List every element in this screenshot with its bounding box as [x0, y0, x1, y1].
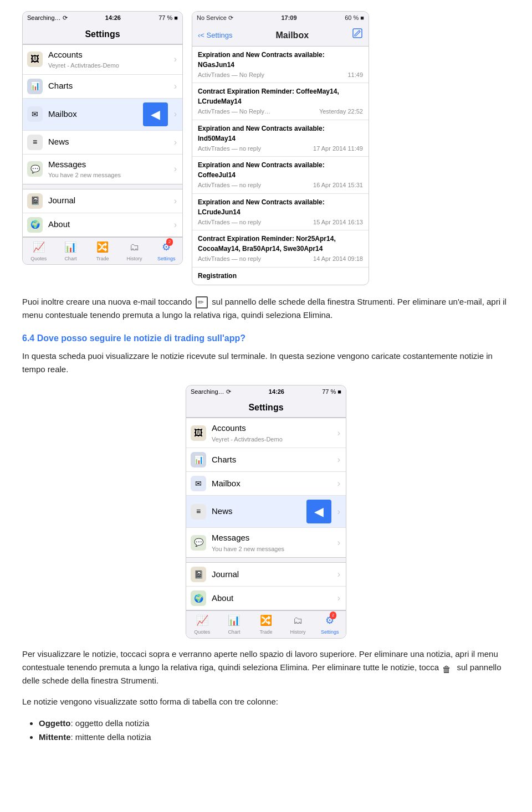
mail-list-right: Expiration and New Contracts available: … — [192, 47, 369, 285]
nav-title-settings-left: Settings — [85, 29, 120, 39]
mail-item-6[interactable]: Contract Expiration Reminder: Nor25Apr14… — [192, 230, 369, 268]
settings-row-messages-second[interactable]: 💬 Messages You have 2 new messages › — [186, 528, 346, 557]
news-title-second: News — [212, 505, 306, 518]
status-battery-left: 77 % ■ — [158, 13, 178, 23]
news-arrow-second: ◀ — [306, 500, 331, 523]
mail-sub-2: ActivTrades — No Reply… Yesterday 22:52 — [198, 107, 363, 116]
second-screenshot-wrap: Searching… ⟳ 14:26 77 % ■ Settings 🖼 Acc… — [22, 385, 510, 639]
mail-time-4: 16 Apr 2014 15:31 — [313, 181, 363, 190]
mailbox-text-left: Mailbox — [48, 108, 143, 121]
trade-icon-left: 🔀 — [86, 240, 119, 255]
mailbox-back-label: < Settings — [200, 30, 232, 41]
messages-subtitle-left: You have 2 new messages — [48, 171, 171, 180]
mail-item-5[interactable]: Expiration and New Contracts available: … — [192, 194, 369, 231]
tab-trade-left[interactable]: 🔀 Trade — [86, 240, 119, 263]
status-signal-right: No Service ⟳ — [197, 13, 233, 23]
mailbox-back-button[interactable]: ‹ < Settings — [198, 30, 233, 41]
mail-item-2[interactable]: Contract Expiration Reminder: CoffeeMay1… — [192, 83, 369, 120]
about-title-second: About — [212, 592, 335, 605]
mail-time-2: Yesterday 22:52 — [319, 107, 363, 116]
mailbox-nav-right: ‹ < Settings Mailbox — [192, 24, 369, 47]
body-paragraph-3: Per visualizzare le notizie, toccaci sop… — [22, 647, 510, 687]
mail-item-4[interactable]: Expiration and New Contracts available: … — [192, 157, 369, 194]
tab-chart-second[interactable]: 📊 Chart — [218, 613, 250, 636]
status-battery-second: 77 % ■ — [322, 387, 341, 397]
settings-row-news-left[interactable]: ≡ News › — [23, 131, 182, 155]
mail-sender-3: ActivTrades — no reply — [198, 144, 261, 153]
settings-row-charts-left[interactable]: 📊 Charts › — [23, 75, 182, 99]
quotes-label-left: Quotes — [30, 256, 47, 261]
messages-icon-second: 💬 — [191, 535, 206, 551]
tab-trade-second[interactable]: 🔀 Trade — [250, 613, 282, 636]
compose-icon-inline — [196, 296, 208, 309]
screenshots-row: Searching… ⟳ 14:26 77 % ■ Settings 🖼 Acc… — [22, 11, 510, 285]
settings-row-accounts-second[interactable]: 🖼 Accounts Veyret - Activtrades-Demo › — [186, 418, 346, 448]
mail-sub-5: ActivTrades — no reply 15 Apr 2014 16:13 — [198, 218, 363, 227]
tab-history-left[interactable]: 🗂 History — [119, 240, 151, 263]
settings-row-journal-second[interactable]: 📓 Journal › — [186, 563, 346, 587]
status-bar-second: Searching… ⟳ 14:26 77 % ■ — [186, 386, 346, 398]
status-time-left: 14:26 — [105, 13, 121, 23]
mail-item-3[interactable]: Expiration and New Contracts available: … — [192, 120, 369, 157]
body-paragraph-2: In questa scheda puoi visualizzare le no… — [22, 350, 510, 376]
tab-settings-second[interactable]: ⚙ 2 Settings — [314, 613, 346, 636]
journal-text-left: Journal — [48, 194, 171, 207]
settings-label-left: Settings — [157, 256, 176, 261]
about-icon-left: 🌍 — [27, 217, 43, 233]
news-chevron-left: › — [174, 136, 177, 149]
charts-title-left: Charts — [48, 80, 171, 92]
settings-row-about-second[interactable]: 🌍 About › — [186, 587, 346, 610]
settings-row-journal-left[interactable]: 📓 Journal › — [23, 189, 182, 213]
mail-title-6: Contract Expiration Reminder: Nor25Apr14… — [198, 234, 363, 254]
mail-item-7[interactable]: Registration — [192, 268, 369, 285]
status-bar-left: Searching… ⟳ 14:26 77 % ■ — [23, 12, 182, 24]
tab-chart-left[interactable]: 📊 Chart — [55, 240, 87, 263]
trade-label-second: Trade — [259, 629, 272, 635]
tab-history-second[interactable]: 🗂 History — [282, 613, 314, 636]
mail-item-1[interactable]: Expiration and New Contracts available: … — [192, 47, 369, 84]
mail-time-3: 17 Apr 2014 11:49 — [313, 144, 363, 153]
mailbox-chevron-left: › — [174, 107, 177, 121]
mail-sender-4: ActivTrades — no reply — [198, 181, 261, 190]
settings-row-accounts-left[interactable]: 🖼 Accounts Veyret - Activtrades-Demo › — [23, 45, 182, 75]
history-label-left: History — [127, 256, 142, 261]
settings-row-mailbox-left[interactable]: ✉ Mailbox ◀ › — [23, 99, 182, 131]
about-icon-second: 🌍 — [191, 590, 206, 606]
news-text-second: News — [212, 505, 306, 518]
mail-time-1: 11:49 — [347, 70, 363, 80]
mail-title-1: Expiration and New Contracts available: … — [198, 50, 363, 70]
tab-settings-left[interactable]: ⚙ 2 Settings — [150, 240, 182, 263]
settings-row-about-left[interactable]: 🌍 About › — [23, 213, 182, 237]
tab-quotes-left[interactable]: 📈 Quotes — [23, 240, 55, 263]
accounts-chevron-left: › — [174, 53, 177, 66]
settings-row-news-second[interactable]: ≡ News ◀ › — [186, 496, 346, 528]
mailbox-title-left: Mailbox — [48, 108, 143, 121]
body-paragraph-1: Puoi inoltre creare una nuova e-mail toc… — [22, 295, 510, 322]
mailbox-edit-button[interactable] — [352, 28, 363, 43]
list-rest-mittente: : mittente della notizia — [71, 732, 151, 742]
settings-badge-left: 2 — [166, 238, 173, 246]
mail-sender-2: ActivTrades — No Reply… — [198, 107, 270, 116]
mailbox-title-right: Mailbox — [275, 29, 309, 42]
accounts-chevron-second: › — [337, 426, 340, 440]
chart-label-second: Chart — [228, 629, 240, 635]
messages-text-left: Messages You have 2 new messages — [48, 158, 171, 180]
mailbox-chevron-second: › — [337, 477, 340, 490]
journal-icon-second: 📓 — [191, 567, 206, 582]
trash-icon-inline: 🗑 — [442, 662, 453, 674]
mail-sub-6: ActivTrades — no reply 14 Apr 2014 09:18 — [198, 254, 363, 264]
journal-text-second: Journal — [212, 568, 335, 581]
settings-row-messages-left[interactable]: 💬 Messages You have 2 new messages › — [23, 155, 182, 184]
status-battery-right: 60 % ■ — [345, 13, 364, 23]
mail-title-5: Expiration and New Contracts available: … — [198, 197, 363, 217]
settings-section-2-second: 📓 Journal › 🌍 About › — [186, 562, 346, 610]
mail-time-6: 14 Apr 2014 09:18 — [313, 254, 363, 264]
tab-bar-left: 📈 Quotes 📊 Chart 🔀 Trade 🗂 History — [23, 237, 182, 265]
news-icon-left: ≡ — [27, 135, 43, 150]
tab-quotes-second[interactable]: 📈 Quotes — [186, 613, 218, 636]
messages-title-left: Messages — [48, 158, 171, 171]
messages-chevron-second: › — [337, 536, 340, 549]
settings-row-charts-second[interactable]: 📊 Charts › — [186, 448, 346, 472]
settings-row-mailbox-second[interactable]: ✉ Mailbox › — [186, 472, 346, 496]
history-icon-second: 🗂 — [282, 613, 314, 628]
